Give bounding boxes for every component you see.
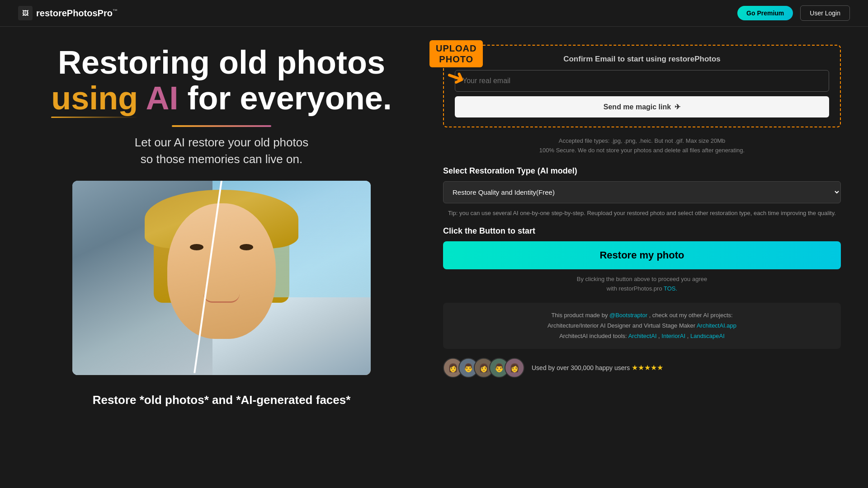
logo-text: restorePhotosPro™ bbox=[36, 8, 118, 19]
restoration-type-label: Select Restoration Type (AI model) bbox=[443, 166, 841, 176]
product-info: This product made by @Bootstraptor , che… bbox=[443, 303, 841, 349]
hero-title: Restoring old photos using AI for everyo… bbox=[27, 45, 416, 116]
architect-ai-app-link[interactable]: ArchitectAI.app bbox=[697, 322, 736, 329]
hero-underline bbox=[172, 125, 271, 127]
restoration-type-select[interactable]: Restore Quality and Identity(Free) Resto… bbox=[443, 181, 841, 203]
left-side: Restoring old photos using AI for everyo… bbox=[27, 45, 416, 407]
hero-description: Let our AI restore your old photos so th… bbox=[27, 134, 416, 167]
go-premium-button[interactable]: Go Premium bbox=[737, 6, 793, 20]
magic-link-button[interactable]: Send me magic link ✈ bbox=[455, 96, 829, 117]
upload-badge: UPLOAD PHOTO ➜ bbox=[429, 40, 483, 88]
tos-link[interactable]: TOS. bbox=[664, 285, 677, 292]
avatars-group: 👩 👨 👩 👨 👩 bbox=[443, 358, 524, 378]
users-row: 👩 👨 👩 👨 👩 Used by over 300,000 happy use… bbox=[443, 358, 841, 378]
hero-ai: AI bbox=[146, 80, 179, 116]
star-rating: ★★★★★ bbox=[632, 364, 663, 371]
avatar-5: 👩 bbox=[505, 358, 524, 378]
tos-text: By clicking the button above to proceed … bbox=[443, 275, 841, 294]
main-content: Restoring old photos using AI for everyo… bbox=[0, 27, 868, 425]
right-side: UPLOAD PHOTO ➜ Confirm Email to start us… bbox=[443, 45, 841, 378]
magic-link-label: Send me magic link bbox=[604, 103, 671, 111]
user-login-button[interactable]: User Login bbox=[800, 5, 850, 21]
send-icon: ✈ bbox=[675, 103, 680, 111]
hero-for-everyone: for everyone. bbox=[188, 80, 392, 116]
users-count-text: Used by over 300,000 happy users ★★★★★ bbox=[532, 363, 663, 372]
bottom-hero-text: Restore *old photos* and *AI-generated f… bbox=[27, 393, 416, 407]
restoration-tip-text: Tip: you can use several AI one-by-one s… bbox=[443, 209, 841, 218]
before-after-image bbox=[72, 181, 371, 375]
logo-area: 🖼 restorePhotosPro™ bbox=[18, 6, 118, 20]
restore-my-photo-button[interactable]: Restore my photo bbox=[443, 241, 841, 269]
hero-using: using bbox=[51, 80, 138, 116]
logo-icon: 🖼 bbox=[18, 6, 33, 20]
click-label: Click the Button to start bbox=[443, 226, 841, 236]
email-confirm-modal: Confirm Email to start using restorePhot… bbox=[443, 45, 841, 127]
email-input[interactable] bbox=[455, 70, 829, 92]
interior-ai-link[interactable]: InteriorAI bbox=[661, 333, 685, 339]
author-link[interactable]: @Bootstraptor bbox=[609, 312, 647, 319]
header-right: Go Premium User Login bbox=[737, 5, 850, 21]
email-modal-title: Confirm Email to start using restorePhot… bbox=[455, 55, 829, 64]
accepted-files-text: Accepted file types: .jpg, .png, .heic. … bbox=[443, 136, 841, 155]
architect-ai-link[interactable]: ArchitectAI bbox=[628, 333, 657, 339]
header: 🖼 restorePhotosPro™ Go Premium User Logi… bbox=[0, 0, 868, 27]
landscape-ai-link[interactable]: LandscapeAI bbox=[690, 333, 725, 339]
